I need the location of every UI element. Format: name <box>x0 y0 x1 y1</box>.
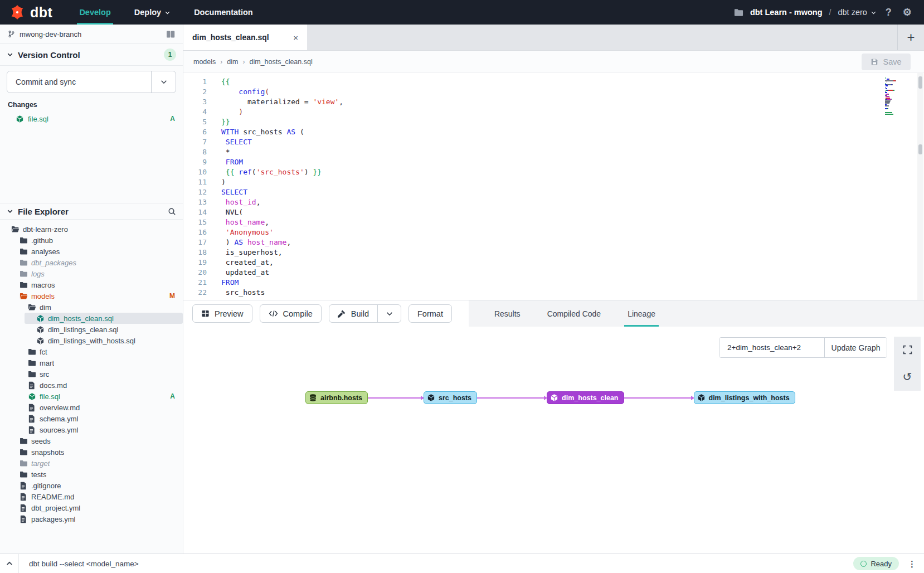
project-separator: / <box>829 8 831 17</box>
tree-item-overview-md[interactable]: overview.md <box>0 402 183 413</box>
branch-row[interactable]: mwong-dev-branch <box>0 25 183 44</box>
tree-item-fct[interactable]: fct <box>0 346 183 357</box>
code-line: config( <box>221 87 924 97</box>
tree-item--github[interactable]: .github <box>0 235 183 246</box>
sidebar: mwong-dev-branch Version Control 1 Commi… <box>0 25 183 553</box>
cube-icon <box>697 394 706 402</box>
command-input[interactable] <box>19 560 853 568</box>
editor-tabbar: dim_hosts_clean.sql × + <box>183 25 924 51</box>
tree-item-dim[interactable]: dim <box>0 302 183 313</box>
command-bar: Ready ⋮ <box>0 553 924 573</box>
tree-item-label: fct <box>40 348 47 356</box>
tree-item-dbt-learn-zero[interactable]: dbt-learn-zero <box>0 224 183 235</box>
cube-icon <box>28 392 36 401</box>
folder-icon <box>28 370 36 378</box>
code-line: src_hosts <box>221 288 924 298</box>
folder-open-icon <box>11 225 20 234</box>
close-icon[interactable]: × <box>293 33 298 42</box>
nav-documentation[interactable]: Documentation <box>193 0 254 25</box>
code-editor[interactable]: 1234567891011121314151617181920212223242… <box>183 73 924 300</box>
editor-minimap[interactable] <box>885 77 912 116</box>
folder-open-icon <box>28 303 36 312</box>
lineage-node-dim-listings-with-hosts[interactable]: dim_listings_with_hosts <box>694 391 795 404</box>
update-graph-button[interactable]: Update Graph <box>824 338 887 357</box>
tree-item--gitignore[interactable]: .gitignore <box>0 480 183 491</box>
tree-item-packages-yml[interactable]: packages.yml <box>0 513 183 525</box>
search-icon[interactable] <box>168 207 176 216</box>
editor-toolbar: Preview Compile Build Format Results <box>183 300 924 327</box>
brand-name: dbt <box>30 4 52 21</box>
compile-button[interactable]: Compile <box>260 304 322 323</box>
preview-button[interactable]: Preview <box>192 304 252 323</box>
editor-scrollbar[interactable] <box>917 73 923 300</box>
nav-deploy[interactable]: Deploy <box>133 0 172 25</box>
code-line: FROM <box>221 157 924 167</box>
tree-item-snapshots[interactable]: snapshots <box>0 446 183 458</box>
file-icon <box>20 482 28 490</box>
tree-item-docs-md[interactable]: docs.md <box>0 380 183 391</box>
tree-item-readme-md[interactable]: README.md <box>0 491 183 502</box>
gear-icon[interactable]: ⚙ <box>901 6 914 18</box>
commit-options-caret[interactable] <box>151 71 176 93</box>
build-options-caret[interactable] <box>377 305 401 322</box>
tree-item-seeds[interactable]: seeds <box>0 435 183 446</box>
nav-develop[interactable]: Develop <box>78 0 111 25</box>
file-explorer-header[interactable]: File Explorer <box>0 203 183 220</box>
lineage-graph[interactable]: airbnb.hostssrc_hostsdim_hosts_cleandim_… <box>305 391 795 404</box>
project-name[interactable]: dbt Learn - mwong <box>750 8 823 17</box>
tree-item-dbt-packages[interactable]: dbt_packages <box>0 257 183 268</box>
tree-item-src[interactable]: src <box>0 368 183 380</box>
tree-item-file-sql[interactable]: file.sqlA <box>0 391 183 402</box>
tree-item-sources-yml[interactable]: sources.yml <box>0 424 183 435</box>
tab-dim-hosts-clean[interactable]: dim_hosts_clean.sql × <box>183 25 307 50</box>
line-number: 2 <box>183 87 207 97</box>
tree-item-dim-listings-with-hosts-sql[interactable]: dim_listings_with_hosts.sql <box>0 335 183 346</box>
build-button[interactable]: Build <box>329 305 377 322</box>
tree-item-schema-yml[interactable]: schema.yml <box>0 413 183 424</box>
tree-item-analyses[interactable]: analyses <box>0 246 183 257</box>
tree-item-mart[interactable]: mart <box>0 357 183 368</box>
tab-title: dim_hosts_clean.sql <box>192 33 269 42</box>
model-cube-icon <box>16 115 24 123</box>
chevron-down-icon <box>160 78 168 86</box>
lineage-selector-input[interactable] <box>719 338 824 357</box>
chevron-up-icon[interactable] <box>0 554 19 573</box>
tab-lineage[interactable]: Lineage <box>628 300 655 327</box>
save-button[interactable]: Save <box>862 54 911 70</box>
tree-item-tests[interactable]: tests <box>0 469 183 480</box>
code-content[interactable]: {{ config( materialized = 'view', )}}WIT… <box>216 73 924 300</box>
tree-item-macros[interactable]: macros <box>0 279 183 290</box>
kebab-menu-icon[interactable]: ⋮ <box>908 561 916 566</box>
breadcrumb-file[interactable]: dim_hosts_clean.sql <box>249 58 312 66</box>
tree-item-target[interactable]: target <box>0 458 183 469</box>
lineage-node-src-hosts[interactable]: src_hosts <box>424 391 477 404</box>
lineage-node-label: dim_hosts_clean <box>562 394 618 402</box>
lineage-node-airbnb-hosts[interactable]: airbnb.hosts <box>305 391 368 404</box>
split-view-icon[interactable] <box>166 31 175 38</box>
code-line: FROM <box>221 278 924 288</box>
commit-and-sync-button[interactable]: Commit and sync <box>7 71 176 93</box>
new-tab-button[interactable]: + <box>897 25 924 50</box>
tab-compiled-code[interactable]: Compiled Code <box>547 300 601 327</box>
tree-item-logs[interactable]: logs <box>0 268 183 279</box>
fullscreen-icon[interactable] <box>903 345 912 355</box>
environment-select[interactable]: dbt zero <box>838 8 876 17</box>
result-tabs: Results Compiled Code Lineage <box>469 300 924 327</box>
format-button[interactable]: Format <box>408 304 452 323</box>
code-line: {{ ref('src_hosts') }} <box>221 167 924 177</box>
tree-item-dim-listings-clean-sql[interactable]: dim_listings_clean.sql <box>0 324 183 335</box>
version-control-header[interactable]: Version Control 1 <box>0 44 183 66</box>
line-number: 15 <box>183 217 207 227</box>
tree-item-dbt-project-yml[interactable]: dbt_project.yml <box>0 502 183 513</box>
lineage-node-dim-hosts-clean[interactable]: dim_hosts_clean <box>547 391 624 404</box>
dbt-logo[interactable]: dbt <box>9 0 52 25</box>
tree-item-dim-hosts-clean-sql[interactable]: dim_hosts_clean.sql <box>25 313 183 324</box>
reset-view-icon[interactable]: ↺ <box>903 371 912 382</box>
code-line: host_name, <box>221 217 924 227</box>
changed-file-row[interactable]: file.sql A <box>0 112 183 125</box>
tab-results[interactable]: Results <box>494 300 521 327</box>
breadcrumb-models[interactable]: models <box>193 58 216 66</box>
tree-item-models[interactable]: modelsM <box>0 290 183 302</box>
breadcrumb-dim[interactable]: dim <box>227 58 238 66</box>
help-icon[interactable]: ? <box>883 7 894 18</box>
